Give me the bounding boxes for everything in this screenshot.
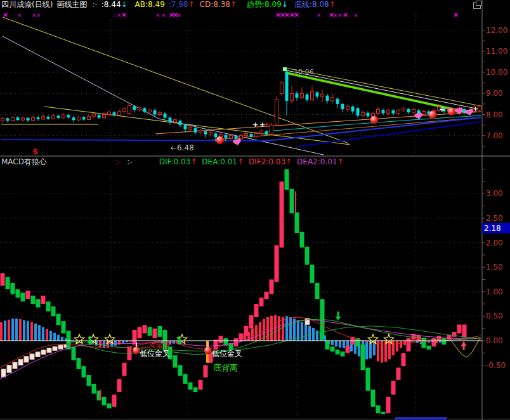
macd-step-bar <box>21 292 25 301</box>
macd-step-bar <box>178 365 183 376</box>
candle-down <box>265 131 268 134</box>
chart-annotation-label: ←6.48 <box>171 143 194 152</box>
candle-down <box>356 108 360 116</box>
main-axis-label: 10.00 <box>486 68 507 77</box>
macd-step-bar <box>366 367 370 390</box>
macd-step-bar <box>92 384 96 393</box>
macd-hist-bar <box>400 341 402 348</box>
candle-down <box>194 128 197 133</box>
macd-step-bar <box>396 367 401 379</box>
signal-mark: × <box>353 12 358 18</box>
macd-axis-label: 1.00 <box>486 287 503 296</box>
candle-up <box>270 125 273 134</box>
macd-step-bar <box>122 363 127 376</box>
candle-up <box>397 110 400 114</box>
macd-step-bar <box>315 283 320 299</box>
candle-down <box>214 133 218 137</box>
macd-axis-label: 2.00 <box>486 239 503 247</box>
candle-down <box>382 110 385 113</box>
candle-down <box>235 136 238 138</box>
chart-annotation-label: $ <box>32 147 38 156</box>
macd-step-bar <box>341 351 345 357</box>
macd-axis-label: 2.50 <box>486 214 503 223</box>
macd-step-bar <box>6 277 10 289</box>
signal-mark: × <box>3 11 8 19</box>
macd-step-bar <box>249 315 254 329</box>
stock-app-window: { "colors":{ "axis_label":"#c23b3b","axi… <box>0 0 510 420</box>
macd-hist-bar <box>255 325 258 341</box>
macd-step-bar <box>265 292 269 299</box>
candle-up <box>189 127 192 129</box>
candle-down <box>37 117 40 119</box>
macd-step-bar <box>31 296 36 304</box>
candle-up <box>103 115 106 118</box>
candle-up <box>321 95 324 96</box>
macd-hist-bar <box>42 327 44 341</box>
macd-step-bar <box>204 365 208 377</box>
macd-hist-bar <box>4 320 6 341</box>
candle-up <box>11 117 15 121</box>
candle-down <box>113 112 116 115</box>
macd-axis-label: 1.50 <box>486 263 503 272</box>
macd-hist-bar <box>19 319 22 341</box>
macd-step-bar <box>280 181 284 247</box>
macd-step-bar <box>402 353 406 366</box>
candle-down <box>336 99 339 104</box>
candle-up <box>118 112 121 115</box>
macd-hist-bar <box>251 329 254 341</box>
trendline-lavender <box>3 36 324 155</box>
macd-hist-bar <box>23 320 25 341</box>
macd-step-bar <box>1 273 5 285</box>
macd-white-block <box>7 365 11 373</box>
candle-up <box>240 136 243 139</box>
macd-red-stripe <box>100 390 101 400</box>
macd-step-bar <box>41 296 46 304</box>
candle-up <box>199 130 202 132</box>
candle-up <box>260 131 263 133</box>
macd-step-bar <box>148 327 152 336</box>
main-chart-panel[interactable]: ←6.4810.06$++++→××××:×××××××:×××××××××××… <box>1 11 481 156</box>
macd-hist-bar <box>46 329 48 341</box>
macd-white-block <box>41 350 46 355</box>
macd-signal-label: 底背离 <box>213 363 238 372</box>
resistance-yellow-right <box>285 68 481 106</box>
candle-up <box>93 114 96 116</box>
candle-down <box>316 93 319 97</box>
macd-step-bar <box>188 383 193 390</box>
chart-canvas[interactable]: 12.0011.0010.009.008.007.003.002.502.001… <box>0 0 510 420</box>
candle-down <box>16 117 20 120</box>
candle-up <box>42 117 45 119</box>
candle-down <box>47 117 50 119</box>
candle-up <box>148 110 152 112</box>
macd-white-block <box>24 357 29 362</box>
candle-down <box>351 107 355 112</box>
macd-step-bar <box>173 355 178 367</box>
balloon-marker-icon <box>448 108 456 116</box>
macd-step-bar <box>462 325 467 338</box>
candle-down <box>184 125 187 129</box>
candle-up <box>245 133 248 135</box>
macd-hist-bar <box>270 316 273 341</box>
down-arrow-icon <box>336 317 341 320</box>
macd-hist-bar <box>365 341 368 359</box>
candle-up <box>209 133 213 135</box>
candle-down <box>133 106 136 110</box>
macd-step-bar <box>143 325 147 333</box>
macd-step-bar <box>381 412 386 414</box>
scrollbar-thumb[interactable] <box>395 417 447 420</box>
candle-up <box>62 115 65 118</box>
macd-step-bar <box>325 341 330 350</box>
bow-marker-icon <box>233 138 242 146</box>
macd-hist-bar <box>30 322 33 341</box>
candle-up <box>346 106 350 109</box>
macd-hist-bar <box>11 318 14 341</box>
macd-hist-bar <box>122 341 124 343</box>
candle-up <box>230 136 233 138</box>
signal-mark: : <box>114 12 115 18</box>
candle-down <box>67 115 70 117</box>
signal-mark: × <box>161 12 166 18</box>
candle-down <box>6 118 10 121</box>
macd-step-bar <box>371 390 376 407</box>
candle-down <box>296 93 299 98</box>
macd-step-bar <box>87 375 91 386</box>
